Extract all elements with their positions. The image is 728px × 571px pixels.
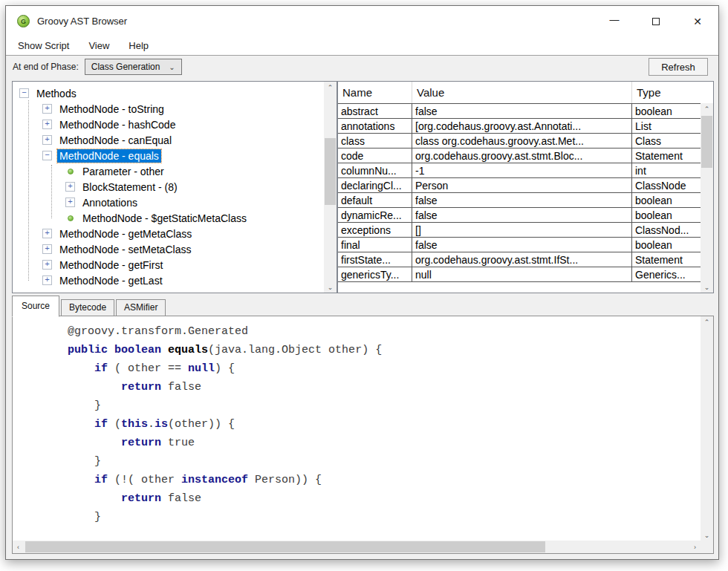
column-header-type[interactable]: Type	[632, 82, 701, 103]
table-row[interactable]: finalfalseboolean	[338, 238, 701, 252]
menu-item-show-script[interactable]: Show Script	[18, 40, 69, 51]
table-row[interactable]: columnNu...-1int	[338, 163, 701, 178]
scroll-up-icon[interactable]: ⌃	[701, 316, 713, 327]
properties-table-panel: NameValueType abstractfalsebooleanannota…	[337, 81, 714, 293]
tree-item[interactable]: +MethodNode - toString	[13, 101, 324, 117]
table-scrollbar-thumb[interactable]	[701, 116, 712, 168]
table-cell-type: boolean	[632, 208, 701, 222]
window-controls: — ✕	[594, 6, 718, 36]
table-row[interactable]: classclass org.codehaus.groovy.ast.Met..…	[338, 134, 701, 149]
table-row[interactable]: firstState...org.codehaus.groovy.ast.stm…	[338, 252, 701, 267]
maximize-button[interactable]	[635, 6, 677, 36]
tree-item[interactable]: +BlockStatement - (8)	[13, 179, 324, 195]
ast-tree: −Methods+MethodNode - toString+MethodNod…	[13, 82, 324, 293]
table-row[interactable]: abstractfalseboolean	[338, 104, 701, 119]
expand-plus-icon[interactable]: +	[42, 275, 52, 285]
table-cell-value: -1	[412, 163, 632, 177]
expand-plus-icon[interactable]: +	[42, 104, 52, 114]
scrollbar-corner	[701, 541, 713, 553]
tree-item[interactable]: +MethodNode - getLast	[13, 273, 324, 288]
tree-item-label: MethodNode - hashCode	[57, 118, 178, 131]
collapse-minus-icon[interactable]: −	[42, 151, 52, 160]
tree-item-label: MethodNode - getLast	[57, 274, 165, 287]
ast-tree-panel: −Methods+MethodNode - toString+MethodNod…	[12, 81, 337, 293]
table-cell-type: Generics...	[632, 267, 701, 281]
tree-item-label: BlockStatement - (8)	[80, 180, 180, 194]
table-cell-name: declaringCl...	[338, 178, 412, 192]
table-cell-type: int	[632, 163, 701, 177]
close-button[interactable]: ✕	[677, 6, 718, 36]
tree-item[interactable]: +MethodNode - hashCode	[13, 117, 324, 132]
column-header-name[interactable]: Name	[338, 82, 412, 103]
scroll-down-icon[interactable]: ⌄	[324, 281, 337, 293]
code-line: return false	[41, 378, 701, 397]
groovy-app-icon: G	[17, 15, 30, 27]
source-code-view[interactable]: @groovy.transform.Generated public boole…	[13, 316, 701, 541]
tab-asmifier[interactable]: ASMifier	[116, 299, 166, 316]
collapse-minus-icon[interactable]: −	[19, 88, 29, 98]
table-cell-type: Class	[632, 134, 701, 148]
code-line: return true	[41, 434, 701, 452]
table-row[interactable]: defaultfalseboolean	[338, 193, 701, 208]
code-scrollbar-thumb[interactable]	[25, 541, 545, 552]
code-line: if ( other == null) {	[41, 359, 701, 378]
table-cell-name: exceptions	[338, 223, 412, 237]
table-row[interactable]: genericsTy...nullGenerics...	[338, 267, 701, 282]
toolbar: At end of Phase: Class Generation ⌄ Refr…	[6, 55, 718, 78]
refresh-button[interactable]: Refresh	[649, 58, 708, 76]
scroll-up-icon[interactable]: ⌃	[701, 103, 713, 114]
tree-item-label: MethodNode - getMetaClass	[57, 227, 194, 241]
table-cell-value: false	[412, 104, 632, 118]
tree-item-label: Parameter - other	[80, 165, 166, 178]
menu-item-help[interactable]: Help	[129, 40, 149, 51]
table-row[interactable]: dynamicRe...falseboolean	[338, 208, 701, 223]
expand-plus-icon[interactable]: +	[42, 135, 52, 145]
scroll-left-icon[interactable]: ‹	[13, 541, 24, 553]
expand-plus-icon[interactable]: +	[42, 244, 52, 254]
tab-bytecode[interactable]: Bytecode	[61, 299, 114, 316]
scroll-down-icon[interactable]: ⌄	[701, 529, 713, 541]
table-row[interactable]: declaringCl...PersonClassNode	[338, 178, 701, 193]
tree-item[interactable]: Parameter - other	[13, 163, 324, 179]
table-row[interactable]: annotations[org.codehaus.groovy.ast.Anno…	[338, 119, 701, 134]
tree-item[interactable]: +Annotations	[13, 195, 324, 210]
phase-dropdown[interactable]: Class Generation ⌄	[85, 59, 182, 75]
table-row[interactable]: exceptions[]ClassNod...	[338, 223, 701, 238]
table-row[interactable]: codeorg.codehaus.groovy.ast.stmt.Bloc...…	[338, 149, 701, 163]
tree-item-label: MethodNode - toString	[57, 102, 166, 116]
output-area: SourceBytecodeASMifier @groovy.transform…	[12, 296, 714, 554]
tree-connector-line	[51, 165, 52, 218]
scroll-down-icon[interactable]: ⌄	[701, 281, 713, 293]
tab-source[interactable]: Source	[12, 296, 59, 317]
table-cell-type: boolean	[632, 193, 701, 207]
column-header-value[interactable]: Value	[412, 82, 632, 103]
tree-item[interactable]: +MethodNode - getFirst	[13, 257, 324, 273]
table-cell-value: org.codehaus.groovy.ast.stmt.IfSt...	[412, 252, 632, 267]
tree-item[interactable]: +MethodNode - canEqual	[13, 132, 324, 148]
tree-item[interactable]: +MethodNode - getMetaClass	[13, 226, 324, 241]
tree-item-label: Annotations	[80, 196, 140, 209]
tree-item[interactable]: MethodNode - $getStaticMetaClass	[13, 210, 324, 226]
table-header: NameValueType	[338, 82, 701, 103]
phase-dropdown-value: Class Generation	[91, 62, 160, 72]
tree-scrollbar-thumb[interactable]	[325, 138, 336, 205]
expand-plus-icon[interactable]: +	[65, 198, 75, 207]
expand-plus-icon[interactable]: +	[65, 182, 75, 192]
expand-plus-icon[interactable]: +	[42, 260, 52, 270]
scroll-up-icon[interactable]: ⌃	[324, 82, 337, 93]
minimize-button[interactable]: —	[594, 6, 635, 36]
tree-item[interactable]: +MethodNode - setMetaClass	[13, 241, 324, 257]
table-vertical-scrollbar: ⌃ ⌄	[701, 103, 713, 293]
table-cell-type: boolean	[632, 238, 701, 252]
tree-item[interactable]: −Methods	[13, 85, 324, 101]
code-line: @groovy.transform.Generated	[41, 322, 701, 341]
menu-item-view[interactable]: View	[88, 40, 109, 51]
tree-item[interactable]: −MethodNode - equals	[13, 148, 324, 163]
table-cell-value: false	[412, 208, 632, 222]
scroll-right-icon[interactable]: ›	[689, 541, 701, 553]
expand-plus-icon[interactable]: +	[42, 120, 52, 129]
expand-plus-icon[interactable]: +	[42, 229, 52, 238]
table-cell-value: null	[412, 267, 632, 281]
table-cell-name: final	[338, 238, 412, 252]
code-line: }	[41, 508, 701, 526]
